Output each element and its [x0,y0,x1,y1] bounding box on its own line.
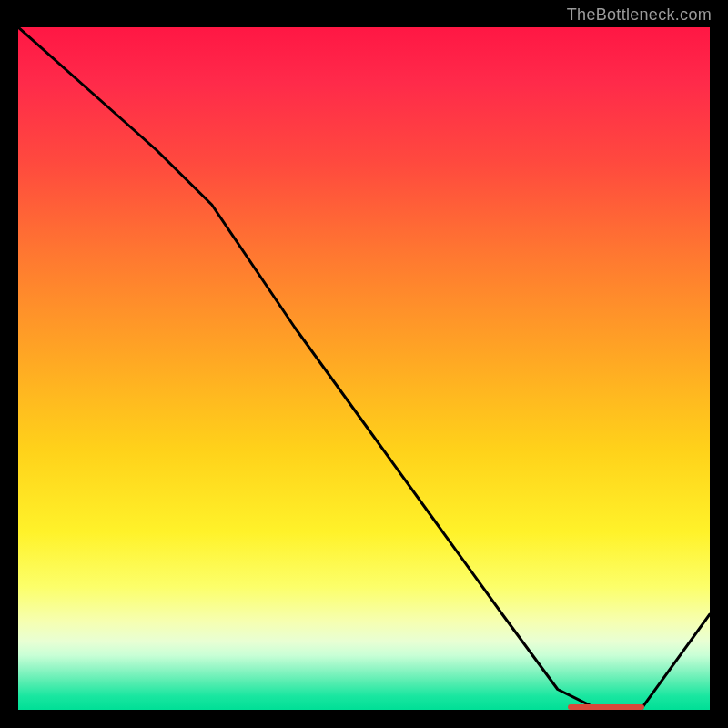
bottleneck-curve [18,27,710,710]
plot-area [18,27,710,710]
curve-layer [18,27,710,710]
attribution-label: TheBottleneck.com [567,5,712,25]
optimal-range-marker [568,704,644,710]
chart-frame: TheBottleneck.com [0,0,728,728]
